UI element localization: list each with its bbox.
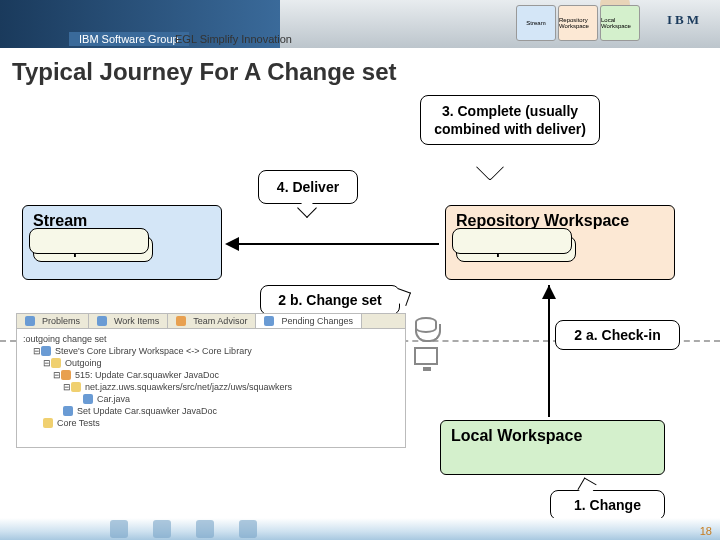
mini-local: Local Workspace <box>600 5 640 41</box>
repository-workspace-box: Repository Workspace Component <box>445 205 675 280</box>
footer-icon <box>196 520 214 538</box>
tree-row[interactable]: Car.java <box>23 393 399 405</box>
arrow-head-icon <box>225 237 239 251</box>
package-icon <box>71 382 81 392</box>
folder-icon <box>51 358 61 368</box>
step-1-change: 1. Change <box>550 490 665 520</box>
tree-label: Core Tests <box>57 418 100 428</box>
footer-icon <box>239 520 257 538</box>
tree-label: Car.java <box>97 394 130 404</box>
tab-label: Team Advisor <box>193 316 247 326</box>
component-back <box>452 228 572 254</box>
tree-row[interactable]: ⊟ Steve's Core Library Workspace <-> Cor… <box>23 345 399 357</box>
step-2b-change-set: 2 b. Change set <box>260 285 400 315</box>
group-label: IBM Software Group <box>69 32 189 46</box>
local-label: Local Workspace <box>451 427 582 444</box>
component-back <box>29 228 149 254</box>
tree-row[interactable]: ⊟ 515: Update Car.squawker JavaDoc <box>23 369 399 381</box>
tree-label: Outgoing <box>65 358 102 368</box>
page-title: Typical Journey For A Change set <box>12 58 720 86</box>
mini-stream: Stream <box>516 5 556 41</box>
footer-icon <box>110 520 128 538</box>
folder-icon <box>43 418 53 428</box>
stream-box: Stream Component <box>22 205 222 280</box>
step-2a-checkin: 2 a. Check-in <box>555 320 680 350</box>
tree-row[interactable]: ⊟ Outgoing <box>23 357 399 369</box>
component-stack: Component <box>456 236 576 262</box>
tagline: EGL Simplify Innovation <box>175 33 292 45</box>
mini-repo: Repository Workspace <box>558 5 598 41</box>
tree-label: Steve's Core Library Workspace <-> Core … <box>55 346 252 356</box>
tab-label: Problems <box>42 316 80 326</box>
deliver-arrow <box>225 237 443 251</box>
repo-label: Repository Workspace <box>456 212 629 229</box>
set-icon <box>63 406 73 416</box>
mini-diagram: Stream Repository Workspace Local Worksp… <box>516 5 640 41</box>
callout-tail <box>476 153 504 181</box>
ide-section: : outgoing change set <box>23 333 399 345</box>
changeset-icon <box>61 370 71 380</box>
ibm-logo: IBM <box>667 12 702 28</box>
file-icon <box>83 394 93 404</box>
workspace-icon <box>41 346 51 356</box>
tab-icon <box>97 316 107 326</box>
checkin-arrow <box>548 285 550 417</box>
section-label: outgoing change set <box>26 334 107 344</box>
tree-label: 515: Update Car.squawker JavaDoc <box>75 370 219 380</box>
tab-team-advisor[interactable]: Team Advisor <box>168 314 256 328</box>
component-stack: Component <box>33 236 153 262</box>
header-bar: IBM Software Group EGL Simplify Innovati… <box>0 0 720 48</box>
tab-problems[interactable]: Problems <box>17 314 89 328</box>
ide-tab-bar: Problems Work Items Team Advisor Pending… <box>17 314 405 329</box>
page-number: 18 <box>700 525 712 537</box>
arrow-line <box>239 243 439 245</box>
tab-label: Pending Changes <box>281 316 353 326</box>
tree-row[interactable]: Core Tests <box>23 417 399 429</box>
tree-label: Set Update Car.squawker JavaDoc <box>77 406 217 416</box>
tree-row[interactable]: Set Update Car.squawker JavaDoc <box>23 405 399 417</box>
tree-row[interactable]: ⊟ net.jazz.uws.squawkers/src/net/jazz/uw… <box>23 381 399 393</box>
footer-icon <box>153 520 171 538</box>
footer-bar: 18 <box>0 518 720 540</box>
tab-pending-changes[interactable]: Pending Changes <box>256 314 362 328</box>
monitor-icon <box>414 347 438 365</box>
tab-label: Work Items <box>114 316 159 326</box>
local-workspace-box: Local Workspace <box>440 420 665 475</box>
stream-label: Stream <box>33 212 87 229</box>
tree-label: net.jazz.uws.squawkers/src/net/jazz/uws/… <box>85 382 292 392</box>
ide-body: : outgoing change set ⊟ Steve's Core Lib… <box>17 329 405 433</box>
ide-panel: Problems Work Items Team Advisor Pending… <box>16 313 406 448</box>
tab-icon <box>25 316 35 326</box>
tab-icon <box>176 316 186 326</box>
step-3-complete: 3. Complete (usually combined with deliv… <box>420 95 600 145</box>
tab-icon <box>264 316 274 326</box>
diagram-canvas: 3. Complete (usually combined with deliv… <box>0 95 720 515</box>
database-icon <box>415 317 437 333</box>
tab-work-items[interactable]: Work Items <box>89 314 168 328</box>
footer-icons <box>110 520 257 538</box>
